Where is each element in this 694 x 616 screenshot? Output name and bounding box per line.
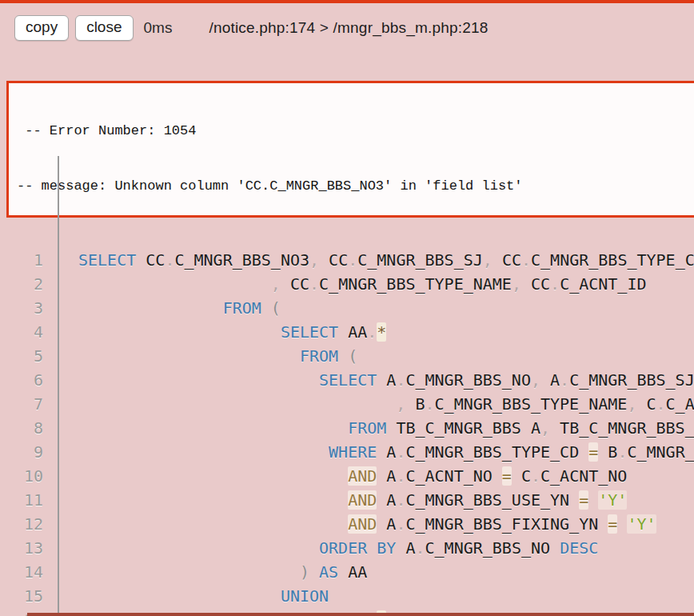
code-token: C_MNGR_BBS_TYPE_NAME (435, 394, 628, 414)
code-token: , (531, 370, 550, 390)
code-token: CC (146, 250, 165, 270)
code-token: . (425, 394, 435, 414)
code-text: FROM ( (58, 296, 281, 320)
code-token (512, 466, 521, 486)
code-token: WHERE (329, 442, 377, 462)
code-token (377, 442, 386, 462)
code-token: C_MNGR_BBS_TYPE_CD (627, 442, 694, 462)
line-number: 14 (0, 560, 43, 584)
code-line: 12 AND A.C_MNGR_BBS_FIXING_YN = 'Y' (0, 512, 694, 536)
code-text: FROM ( (58, 344, 357, 368)
code-token: . (656, 394, 666, 414)
line-number: 11 (0, 488, 43, 512)
code-token: FROM (300, 346, 338, 366)
code-token (579, 442, 588, 462)
code-token: A (386, 370, 396, 390)
close-button[interactable]: close (75, 15, 133, 41)
line-number: 6 (0, 368, 43, 392)
line-number: 7 (0, 392, 43, 416)
code-text: AND A.C_ACNT_NO = C.C_ACNT_NO (58, 464, 627, 488)
code-line: 8 FROM TB_C_MNGR_BBS A, TB_C_MNGR_BBS_TY… (0, 416, 694, 440)
code-token: AND (348, 490, 377, 510)
code-token: A (386, 490, 396, 510)
code-token: UNION (281, 586, 329, 606)
code-token: ( (348, 346, 357, 366)
code-token: CC (329, 250, 348, 270)
code-token: . (396, 442, 405, 462)
code-token: C_MNGR_BBS_NO (425, 538, 551, 558)
code-token: . (165, 250, 174, 270)
code-token: = (579, 490, 588, 510)
code-token (367, 538, 377, 558)
code-token: ORDER (319, 538, 367, 558)
code-token: C_ACNT_ID (666, 394, 694, 414)
code-text: AND A.C_MNGR_BBS_FIXING_YN = 'Y' (58, 512, 656, 536)
code-token: FROM (223, 298, 261, 318)
code-token: 'Y' (598, 490, 627, 510)
code-token: . (396, 466, 405, 486)
code-text: , B.C_MNGR_BBS_TYPE_NAME, C.C_ACNT_ID (58, 392, 694, 416)
code-text: FROM TB_C_MNGR_BBS A, TB_C_MNGR_BBS_TYPE… (58, 416, 694, 440)
code-token: CC (502, 250, 521, 270)
code-text: WHERE A.C_MNGR_BBS_TYPE_CD = B.C_MNGR_BB… (58, 440, 694, 464)
code-token: A (386, 442, 396, 462)
code-token: C_ACNT_ID (560, 274, 646, 294)
code-token: C_MNGR_BBS_NO (405, 370, 531, 390)
code-line: 4 SELECT AA.* (0, 320, 694, 344)
sql-code-block: 1SELECT CC.C_MNGR_BBS_NO3, CC.C_MNGR_BBS… (0, 248, 694, 616)
code-token (396, 538, 405, 558)
code-token (598, 514, 608, 534)
code-line: 5 FROM ( (0, 344, 694, 368)
code-line: 14 ) AS AA (0, 560, 694, 584)
code-token: C_MNGR_BBS_TYPE_NAME (319, 274, 512, 294)
copy-button[interactable]: copy (14, 15, 69, 41)
code-token: DESC (560, 538, 598, 558)
code-line: 15 UNION (0, 584, 694, 608)
code-token: C_MNGR_BBS_TYPE_CD (405, 442, 579, 462)
code-text: ORDER BY A.C_MNGR_BBS_NO DESC (58, 536, 598, 560)
code-line: 3 FROM ( (0, 296, 694, 320)
code-token: = (502, 466, 512, 486)
code-token (309, 562, 319, 582)
code-token: 'Y' (627, 514, 656, 534)
code-token: . (396, 490, 405, 510)
error-number-line: -- Error Number: 1054 (17, 122, 694, 140)
line-number: 13 (0, 536, 43, 560)
line-number: 4 (0, 320, 43, 344)
code-token: . (348, 250, 357, 270)
code-token (377, 490, 386, 510)
code-token: A (405, 538, 415, 558)
code-token: AND (348, 514, 377, 534)
code-line: 10 AND A.C_ACNT_NO = C.C_ACNT_NO (0, 464, 694, 488)
code-token: , (483, 250, 502, 270)
code-token: , (396, 394, 415, 414)
line-number: 1 (0, 248, 43, 272)
code-token: * (377, 322, 386, 342)
code-token: A (386, 466, 396, 486)
code-token: C_MNGR_BBS_USE_YN (405, 490, 569, 510)
code-token: ) (300, 562, 309, 582)
code-token: . (521, 250, 531, 270)
code-token: C_MNGR_BBS_SJ (569, 370, 694, 390)
code-line: 11 AND A.C_MNGR_BBS_USE_YN = 'Y' (0, 488, 694, 512)
line-number: 8 (0, 416, 43, 440)
code-token (136, 250, 146, 270)
error-message-line: -- message: Unknown column 'CC.C_MNGR_BB… (17, 177, 694, 195)
code-token (338, 562, 348, 582)
code-token: A (386, 514, 396, 534)
line-number: 9 (0, 440, 43, 464)
code-token (377, 466, 386, 486)
code-token: SELECT (319, 370, 377, 390)
code-token: C (521, 466, 531, 486)
code-token: . (550, 274, 560, 294)
code-token: = (608, 514, 617, 534)
code-token: B (415, 394, 425, 414)
code-token (493, 466, 502, 486)
code-token: . (617, 442, 627, 462)
code-token: B (608, 442, 617, 462)
code-token: BY (377, 538, 396, 558)
line-number: 12 (0, 512, 43, 536)
code-text: UNION (58, 584, 329, 608)
code-token: FROM (348, 418, 386, 438)
code-token: AA (348, 562, 367, 582)
